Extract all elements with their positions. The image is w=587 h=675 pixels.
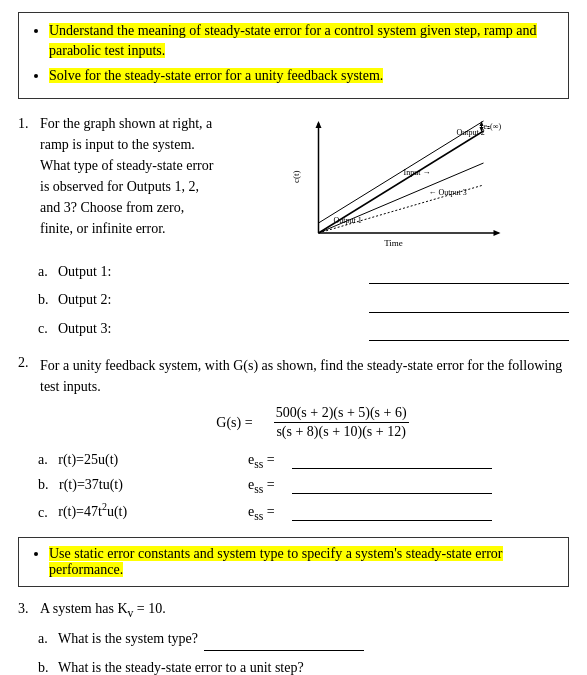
- q1-graph: c(t) Time Input → Output 2 Output 1 ← Ou…: [228, 113, 569, 253]
- q1-sub-a-answer[interactable]: [369, 261, 569, 284]
- q1-sub-a-label: a.: [38, 261, 58, 283]
- q2-sub-c-left: c. r(t)=47t2u(t): [38, 502, 238, 521]
- transfer-function: G(s) = 500(s + 2)(s + 5)(s + 6) s(s + 8)…: [58, 405, 569, 440]
- q2-sub-c-ess: ess =: [248, 504, 288, 523]
- q1-sub-b-answer[interactable]: [369, 289, 569, 312]
- objectives-box-1: Understand the meaning of steady-state e…: [18, 12, 569, 99]
- q2-sub-c-input: r(t)=47t2u(t): [58, 504, 127, 519]
- e2-inf-label: e₂(∞): [484, 122, 502, 131]
- q2-sub-a-left: a. r(t)=25u(t): [38, 452, 238, 468]
- q2-sub-b-right: ess =: [248, 477, 569, 496]
- question-2: 2. For a unity feedback system, with G(s…: [18, 355, 569, 523]
- q3-intro: A system has Kv = 10.: [40, 601, 166, 620]
- q1-sub-b: b. Output 2:: [38, 289, 569, 312]
- q3-sub-a-label: a.: [38, 628, 58, 650]
- question-1: 1. For the graph shown at right, a ramp …: [18, 113, 569, 341]
- q3-sub-b-label: b.: [38, 657, 58, 675]
- q3-sub-a-text: What is the system type?: [58, 628, 198, 650]
- objective-3: Use static error constants and system ty…: [49, 546, 556, 578]
- q1-sub-answers: a. Output 1: b. Output 2: c. Output 3:: [18, 261, 569, 341]
- q2-sub-b-left: b. r(t)=37tu(t): [38, 477, 238, 493]
- q3-sub-a-answer[interactable]: [204, 628, 364, 651]
- objective-1: Understand the meaning of steady-state e…: [49, 21, 556, 62]
- q2-sub-b-label: b.: [38, 477, 49, 492]
- q2-sub-b-ess: ess =: [248, 477, 288, 496]
- q2-text: For a unity feedback system, with G(s) a…: [40, 355, 569, 397]
- q1-sub-a: a. Output 1:: [38, 261, 569, 284]
- q1-number: 1.: [18, 113, 36, 239]
- q2-sub-b: b. r(t)=37tu(t) ess =: [18, 477, 569, 496]
- q3-sub-a: a. What is the system type?: [38, 628, 569, 651]
- output3-label: ← Output 3: [429, 188, 467, 197]
- y-axis-label: c(t): [291, 170, 301, 183]
- input-label: Input →: [404, 168, 431, 177]
- q1-text: 1. For the graph shown at right, a ramp …: [18, 113, 218, 239]
- question-3: 3. A system has Kv = 10. a. What is the …: [18, 601, 569, 675]
- x-axis-label: Time: [384, 238, 403, 248]
- q2-sub-b-input: r(t)=37tu(t): [59, 477, 123, 492]
- q3-sub-b: b. What is the steady-state error to a u…: [38, 657, 569, 675]
- q1-body-text: For the graph shown at right, a ramp is …: [40, 113, 218, 239]
- q2-sub-c-answer[interactable]: [292, 504, 492, 521]
- svg-marker-2: [316, 121, 322, 128]
- q1-graph-svg: c(t) Time Input → Output 2 Output 1 ← Ou…: [228, 113, 569, 253]
- q1-sub-b-text: Output 2:: [58, 289, 365, 311]
- q2-sub-a-answer[interactable]: [292, 452, 492, 469]
- q1-sub-c-text: Output 3:: [58, 318, 365, 340]
- objectives-box-2: Use static error constants and system ty…: [18, 537, 569, 587]
- q1-sub-c-answer[interactable]: [369, 318, 569, 341]
- q1-sub-c-label: c.: [38, 318, 58, 340]
- transfer-fraction: 500(s + 2)(s + 5)(s + 6) s(s + 8)(s + 10…: [274, 405, 409, 440]
- q2-sub-c-right: ess =: [248, 504, 569, 523]
- q2-sub-c-label: c.: [38, 504, 48, 519]
- objective-2: Solve for the steady-state error for a u…: [49, 66, 556, 86]
- q2-sub-a: a. r(t)=25u(t) ess =: [18, 452, 569, 471]
- tf-numerator: 500(s + 2)(s + 5)(s + 6): [274, 405, 409, 423]
- q2-sub-a-input: r(t)=25u(t): [58, 452, 118, 467]
- tf-denominator: s(s + 8)(s + 10)(s + 12): [274, 423, 407, 440]
- q2-number: 2.: [18, 355, 36, 397]
- q2-sub-a-label: a.: [38, 452, 48, 467]
- q2-sub-b-answer[interactable]: [292, 477, 492, 494]
- svg-marker-3: [494, 230, 501, 236]
- q2-sub-a-ess: ess =: [248, 452, 288, 471]
- q3-number: 3.: [18, 601, 36, 620]
- q3-sub-b-answer[interactable]: [310, 657, 430, 675]
- output1-label: Output 1: [334, 216, 362, 225]
- q1-sub-a-text: Output 1:: [58, 261, 365, 283]
- gs-label: G(s) =: [216, 415, 252, 431]
- q1-sub-b-label: b.: [38, 289, 58, 311]
- q1-sub-c: c. Output 3:: [38, 318, 569, 341]
- q2-sub-c: c. r(t)=47t2u(t) ess =: [18, 502, 569, 523]
- q3-sub-answers: a. What is the system type? b. What is t…: [18, 628, 569, 675]
- q2-sub-a-right: ess =: [248, 452, 569, 471]
- q3-sub-b-text: What is the steady-state error to a unit…: [58, 657, 304, 675]
